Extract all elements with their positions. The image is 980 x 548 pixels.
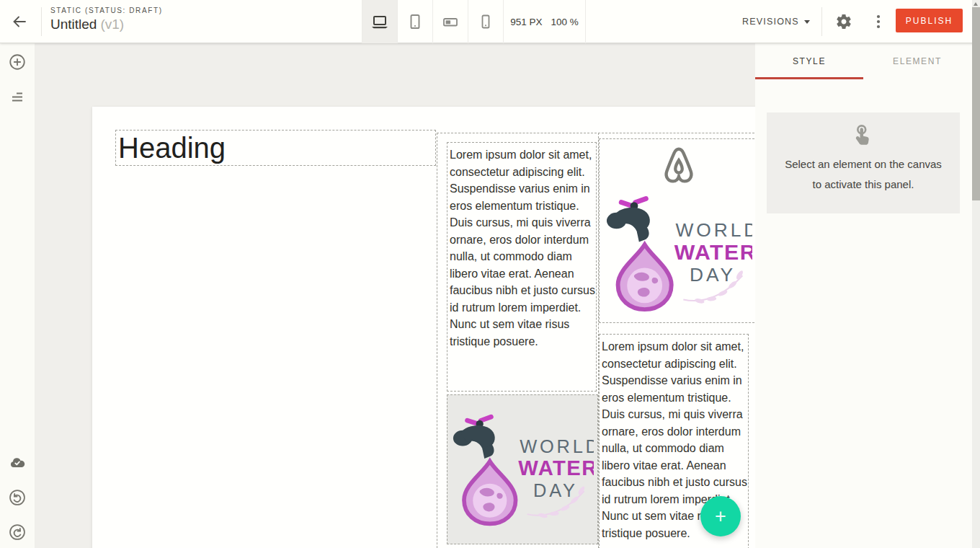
world-water-day-image: WORLD WATER DAY [451,411,594,528]
device-tablet-button[interactable] [398,0,433,43]
properties-panel: STYLE ELEMENT Select an element on the c… [755,43,972,548]
autosave-status-button[interactable] [6,451,29,474]
device-preview-switcher: 951 PX 100 % [362,0,586,43]
wwd-word-world: WORLD [520,436,594,456]
active-tab-underline [755,77,863,79]
canvas-size-indicator: 951 PX 100 % [504,0,586,43]
wwd-word-world: WORLD [676,219,752,241]
redo-button[interactable] [6,521,29,544]
column-guide-line [437,133,437,548]
image-block-gray[interactable]: WORLD WATER DAY [447,394,598,544]
wwd-word-day: DAY [533,480,578,500]
placeholder-line-2: to activate this panel. [785,174,942,195]
arrow-left-icon [11,13,28,30]
left-toolbar [0,43,35,548]
top-toolbar: STATIC (STATUS: DRAFT) Untitled(v1) [0,0,980,43]
placeholder-line-1: Select an element on the canvas [785,154,942,174]
publish-button[interactable]: PUBLISH [896,9,963,32]
image-block[interactable]: WORLD WATER DAY [599,138,758,323]
scroll-up-arrow-icon[interactable] [974,2,978,6]
undo-button[interactable] [6,486,29,509]
world-water-day-image: WORLD WATER DAY [605,193,752,314]
tab-element[interactable]: ELEMENT [863,43,971,79]
revisions-label: REVISIONS [742,17,799,27]
autosave-cloud-check-icon [7,454,27,472]
settings-button[interactable] [833,10,855,33]
heading-text: Heading [116,131,435,165]
toolbar-divider [41,7,42,36]
document-title: Untitled [50,17,97,32]
tablet-icon [406,13,424,30]
paragraph-text: Lorem ipsum dolor sit amet, consectetur … [450,146,596,350]
tab-style[interactable]: STYLE [755,43,863,79]
desktop-icon [370,13,389,30]
outline-structure-button[interactable] [6,85,29,108]
vertical-scrollbar[interactable] [972,0,980,548]
text-block[interactable]: Lorem ipsum dolor sit amet, consectetur … [447,142,597,392]
heading-block[interactable]: Heading [115,130,436,166]
undo-icon [8,488,27,507]
add-element-fab[interactable]: + [700,496,741,536]
add-circle-icon [8,53,27,71]
device-mobile-portrait-button[interactable] [468,0,504,43]
canvas-zoom-value: 100 % [551,17,579,27]
document-status-label: STATIC (STATUS: DRAFT) [50,6,163,14]
mobile-landscape-icon [442,13,459,30]
redo-icon [8,523,27,542]
wwd-word-water: WATER [518,456,594,480]
document-title-block: STATIC (STATUS: DRAFT) Untitled(v1) [50,6,163,32]
panel-tabs: STYLE ELEMENT [755,43,972,79]
panel-placeholder: Select an element on the canvas to activ… [767,112,960,213]
kebab-menu-icon [876,13,881,30]
document-version: (v1) [100,17,124,32]
back-button[interactable] [7,10,32,33]
chevron-down-icon [804,20,810,24]
outline-list-icon [9,88,26,105]
tap-pointer-icon [850,123,876,149]
revisions-dropdown[interactable]: REVISIONS [736,0,816,43]
mobile-portrait-icon [477,13,494,30]
add-content-button[interactable] [6,50,29,74]
wwd-word-day: DAY [690,264,736,286]
canvas-width-value: 951 PX [510,17,542,27]
device-desktop-button[interactable] [362,0,398,43]
toolbar-divider [821,7,822,36]
editor-workspace: Heading Lorem ipsum dolor sit amet, cons… [35,43,755,548]
row-guide-line [437,133,758,133]
gear-icon [835,13,852,30]
device-mobile-landscape-button[interactable] [433,0,468,43]
scrollbar-thumb[interactable] [972,7,980,200]
wwd-word-water: WATER [674,240,752,264]
airbnb-logo-icon [656,143,701,188]
canvas-page[interactable]: Heading Lorem ipsum dolor sit amet, cons… [92,107,778,548]
more-options-button[interactable] [869,10,888,33]
